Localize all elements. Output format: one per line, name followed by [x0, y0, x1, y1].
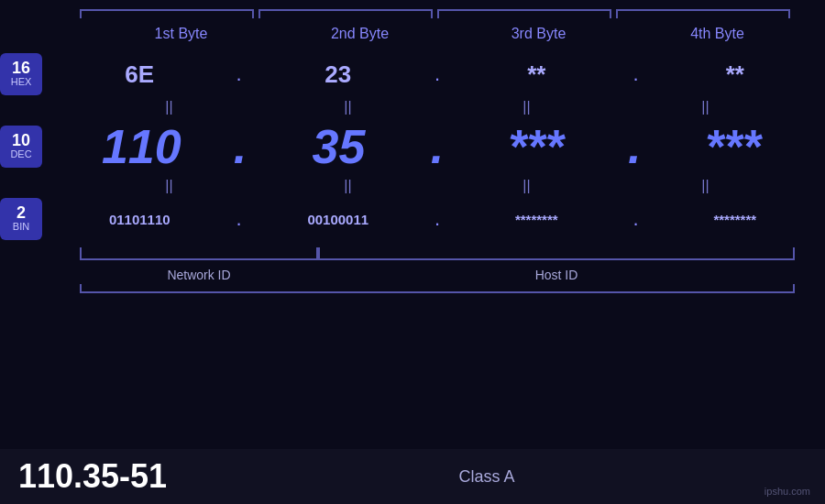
bin-base-text: BIN — [13, 221, 29, 233]
hex-base-label: 16 HEX — [0, 53, 42, 95]
bottom-bar: 110.35-51 Class A ipshu.com — [0, 449, 825, 504]
host-bracket — [318, 247, 795, 260]
network-host-bracket-row — [80, 247, 795, 266]
byte-headers-row: 1st Byte 2nd Byte 3rd Byte 4th Byte — [92, 26, 807, 42]
eq2-1: || — [80, 178, 258, 194]
dec-values: 110 . 35 . *** . *** — [50, 119, 825, 174]
hex-dot-1: . — [230, 62, 248, 86]
byte-bracket-row — [80, 9, 795, 24]
hex-byte-3: ** — [446, 60, 627, 89]
equals-row-1: || || || || — [80, 95, 795, 119]
network-bracket — [80, 247, 318, 260]
bin-byte-1: 01101110 — [50, 212, 230, 227]
dec-byte-4: *** — [641, 119, 825, 174]
byte-header-4: 4th Byte — [628, 26, 807, 42]
main-container: 1st Byte 2nd Byte 3rd Byte 4th Byte 16 H… — [0, 0, 825, 504]
bin-byte-3: ******** — [446, 212, 627, 227]
hex-byte-4: ** — [645, 60, 826, 89]
eq1-3: || — [437, 99, 616, 115]
network-host-label-row: Network ID Host ID — [80, 268, 795, 282]
host-id-label: Host ID — [318, 268, 795, 282]
bin-base-label: 2 BIN — [0, 198, 42, 240]
bin-row: 2 BIN 01101110 . 00100011 . ******** . *… — [0, 198, 825, 240]
eq2-2: || — [258, 178, 437, 194]
byte-bracket-3 — [437, 9, 611, 18]
bin-values: 01101110 . 00100011 . ******** . *******… — [50, 207, 825, 231]
bin-dot-2: . — [428, 207, 446, 231]
hex-base-num: 16 — [12, 60, 30, 76]
watermark: ipshu.com — [764, 486, 810, 497]
byte-bracket-2 — [258, 9, 433, 18]
byte-header-1: 1st Byte — [92, 26, 270, 42]
eq2-4: || — [616, 178, 795, 194]
byte-bracket-4 — [616, 9, 790, 18]
hex-values: 6E . 23 . ** . ** — [50, 60, 825, 89]
hex-dot-3: . — [627, 62, 645, 86]
dec-base-label: 10 DEC — [0, 126, 42, 168]
ip-address-display: 110.35-51 — [18, 457, 167, 496]
dec-dot-3: . — [628, 119, 641, 174]
dec-dot-2: . — [431, 119, 444, 174]
hex-dot-2: . — [428, 62, 446, 86]
dec-base-num: 10 — [12, 132, 30, 148]
byte-bracket-1 — [80, 9, 254, 18]
bin-dot-1: . — [230, 207, 248, 231]
byte-header-2: 2nd Byte — [270, 26, 449, 42]
hex-base-text: HEX — [11, 76, 32, 88]
byte-header-3: 3rd Byte — [449, 26, 628, 42]
hex-row: 16 HEX 6E . 23 . ** . ** — [0, 53, 825, 95]
dec-byte-3: *** — [444, 119, 628, 174]
dec-row: 10 DEC 110 . 35 . *** . *** — [0, 119, 825, 174]
class-bracket — [80, 284, 795, 293]
eq2-3: || — [437, 178, 616, 194]
dec-dot-1: . — [234, 119, 247, 174]
dec-byte-1: 110 — [50, 119, 234, 174]
hex-byte-2: 23 — [248, 60, 429, 89]
eq1-2: || — [258, 99, 437, 115]
bin-base-num: 2 — [16, 204, 26, 221]
eq1-4: || — [616, 99, 795, 115]
equals-row-2: || || || || — [80, 174, 795, 198]
bin-byte-2: 00100011 — [248, 212, 429, 227]
class-label: Class A — [167, 467, 807, 487]
hex-byte-1: 6E — [50, 60, 230, 89]
bin-byte-4: ******** — [645, 212, 826, 227]
class-bracket-row — [80, 284, 795, 299]
network-id-label: Network ID — [80, 268, 318, 282]
eq1-1: || — [80, 99, 258, 115]
dec-byte-2: 35 — [247, 119, 431, 174]
bin-dot-3: . — [627, 207, 645, 231]
dec-base-text: DEC — [10, 148, 31, 160]
